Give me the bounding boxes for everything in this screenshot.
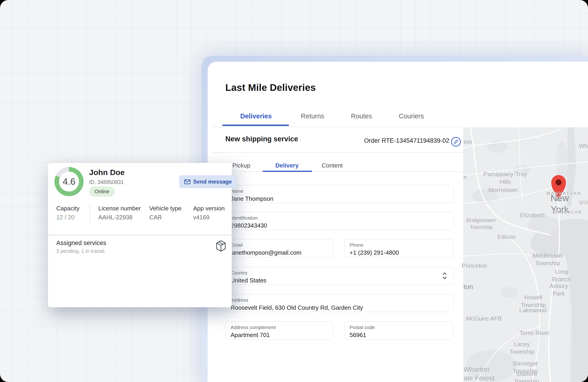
license-value: AAHL-22938: [98, 214, 132, 221]
order-number: Order RTE-1345471194839-02: [364, 137, 449, 144]
map-view[interactable]: [463, 127, 588, 382]
address-complement-label: Address complement: [231, 325, 333, 330]
phone-field[interactable]: Phone +1 (239) 291-4800: [344, 239, 453, 257]
identification-label: Identification: [231, 215, 454, 221]
phone-label: Phone: [350, 242, 453, 248]
rating-value: 4.6: [54, 167, 84, 196]
assigned-services-subtitle: 3 pending, 1 in transit: [56, 248, 105, 254]
name-value: Jane Thompson: [231, 195, 454, 202]
license-label: License number: [98, 205, 141, 212]
screen: Last Mile Deliveries Deliveries Returns …: [0, 0, 588, 382]
email-field[interactable]: Email janethompson@gmail.com: [225, 239, 333, 257]
address-field[interactable]: Address Roosevelt Field, 630 Old Country…: [225, 294, 454, 312]
capacity-label: Capacity: [56, 205, 80, 212]
tab-routes[interactable]: Routes: [351, 113, 372, 120]
shipping-heading: New shipping service: [225, 135, 298, 143]
country-label: Country: [231, 270, 454, 276]
stats-divider: [90, 204, 90, 224]
postal-code-field[interactable]: Postal code 56961: [344, 322, 453, 340]
card-separator: [48, 234, 232, 236]
app-version-label: App version: [193, 205, 225, 212]
rating-ring: 4.6: [54, 167, 84, 196]
tabs-divider: [211, 127, 463, 127]
tab-returns[interactable]: Returns: [301, 113, 324, 120]
country-select[interactable]: Country United States: [225, 267, 454, 285]
edit-order-button[interactable]: [451, 137, 461, 147]
identification-field[interactable]: Identification 29802343430: [225, 212, 454, 230]
subtab-pickup[interactable]: Pickup: [232, 162, 250, 169]
envelope-icon: [184, 179, 190, 184]
capacity-value: 12 / 20: [56, 214, 75, 221]
package-icon: [215, 240, 227, 253]
address-complement-value: Apartment 701: [231, 331, 333, 339]
subtabs-divider: [211, 172, 463, 172]
address-complement-field[interactable]: Address complement Apartment 701: [225, 322, 333, 340]
name-field[interactable]: Name Jane Thompson: [225, 185, 454, 203]
country-value: United States: [231, 277, 454, 284]
pencil-icon: [453, 139, 459, 145]
postal-code-value: 56961: [350, 331, 453, 339]
page-title: Last Mile Deliveries: [225, 82, 316, 93]
vehicle-type-label: Vehicle type: [149, 205, 181, 212]
tab-deliveries[interactable]: Deliveries: [240, 113, 272, 120]
active-subtab-underline: [263, 171, 312, 172]
name-label: Name: [231, 188, 454, 194]
subtab-content[interactable]: Content: [322, 162, 343, 169]
address-label: Address: [231, 297, 454, 303]
identification-value: 29802343430: [231, 222, 454, 229]
subtab-delivery[interactable]: Delivery: [275, 162, 299, 169]
map-graphics: [463, 127, 588, 382]
tab-couriers[interactable]: Couriers: [399, 113, 424, 120]
assigned-services-title: Assigned services: [56, 240, 106, 247]
active-tab-underline: [222, 125, 289, 126]
email-value: janethompson@gmail.com: [231, 249, 333, 256]
phone-value: +1 (239) 291-4800: [350, 249, 453, 256]
email-label: Email: [231, 242, 333, 248]
header-divider: [211, 152, 463, 153]
status-badge: Online: [89, 187, 115, 197]
send-message-label: Send message: [193, 178, 232, 185]
courier-id: ID. 348950831: [89, 179, 124, 185]
send-message-button[interactable]: Send message: [179, 175, 237, 188]
app-version-value: v4169: [193, 214, 210, 221]
address-value: Roosevelt Field, 630 Old Country Rd, Gar…: [231, 304, 454, 311]
select-stepper-icon: [442, 272, 447, 281]
courier-name: John Doe: [89, 168, 125, 177]
vehicle-type-value: CAR: [149, 214, 162, 221]
postal-code-label: Postal code: [350, 325, 453, 330]
